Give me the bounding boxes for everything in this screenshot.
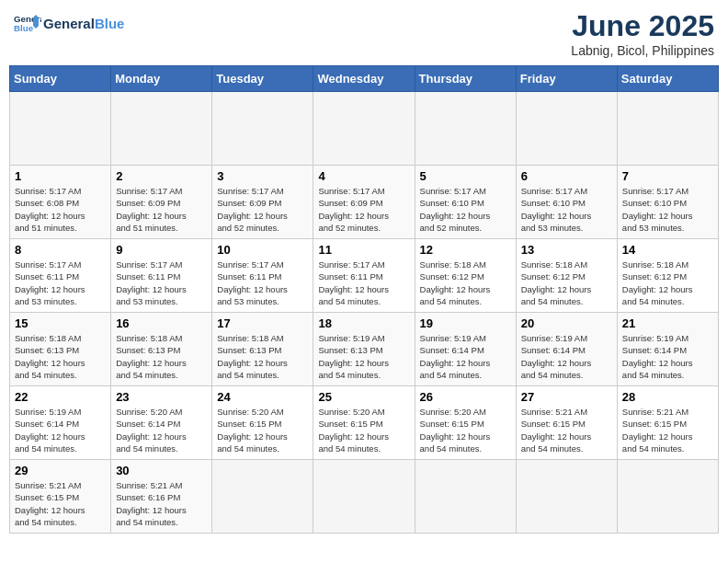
calendar-cell: 22Sunrise: 5:19 AMSunset: 6:14 PMDayligh… [10, 386, 111, 460]
calendar-header-saturday: Saturday [617, 66, 718, 92]
week-row-4: 15Sunrise: 5:18 AMSunset: 6:13 PMDayligh… [10, 313, 719, 386]
title-area: June 2025 Labnig, Bicol, Philippines [571, 9, 714, 58]
day-number: 17 [217, 316, 308, 330]
day-info: Sunrise: 5:17 AMSunset: 6:09 PMDaylight:… [318, 185, 409, 234]
day-number: 30 [116, 464, 207, 477]
day-number: 12 [420, 243, 511, 257]
day-number: 8 [15, 243, 106, 257]
day-number: 11 [318, 243, 409, 257]
calendar-cell: 9Sunrise: 5:17 AMSunset: 6:11 PMDaylight… [111, 239, 212, 313]
month-title: June 2025 [571, 9, 714, 43]
calendar-cell: 3Sunrise: 5:17 AMSunset: 6:09 PMDaylight… [212, 166, 313, 239]
calendar-cell: 4Sunrise: 5:17 AMSunset: 6:09 PMDaylight… [313, 166, 415, 239]
calendar-cell [111, 92, 212, 166]
calendar-cell: 12Sunrise: 5:18 AMSunset: 6:12 PMDayligh… [415, 239, 516, 313]
day-info: Sunrise: 5:17 AMSunset: 6:11 PMDaylight:… [318, 259, 409, 307]
day-number: 10 [217, 243, 308, 257]
day-number: 7 [622, 169, 713, 183]
calendar-cell: 18Sunrise: 5:19 AMSunset: 6:13 PMDayligh… [313, 313, 415, 386]
day-number: 5 [420, 169, 511, 183]
calendar-header-row: SundayMondayTuesdayWednesdayThursdayFrid… [10, 66, 719, 92]
calendar-cell [212, 92, 313, 166]
calendar-cell: 2Sunrise: 5:17 AMSunset: 6:09 PMDaylight… [111, 166, 212, 239]
day-info: Sunrise: 5:19 AMSunset: 6:14 PMDaylight:… [15, 406, 106, 454]
day-number: 19 [420, 316, 511, 330]
day-number: 22 [15, 390, 106, 404]
calendar-header-sunday: Sunday [10, 66, 111, 92]
calendar-cell: 5Sunrise: 5:17 AMSunset: 6:10 PMDaylight… [415, 166, 516, 239]
day-number: 16 [116, 316, 207, 330]
day-info: Sunrise: 5:18 AMSunset: 6:13 PMDaylight:… [116, 332, 207, 381]
week-row-5: 22Sunrise: 5:19 AMSunset: 6:14 PMDayligh… [10, 386, 719, 460]
day-info: Sunrise: 5:21 AMSunset: 6:15 PMDaylight:… [521, 406, 612, 454]
calendar-cell [516, 92, 617, 166]
day-number: 27 [521, 390, 612, 404]
calendar-cell: 24Sunrise: 5:20 AMSunset: 6:15 PMDayligh… [212, 386, 313, 460]
day-info: Sunrise: 5:17 AMSunset: 6:10 PMDaylight:… [622, 185, 713, 234]
day-number: 15 [15, 316, 106, 330]
calendar-cell: 27Sunrise: 5:21 AMSunset: 6:15 PMDayligh… [516, 386, 617, 460]
calendar-cell [617, 460, 718, 534]
calendar-header-friday: Friday [516, 66, 617, 92]
calendar-cell: 19Sunrise: 5:19 AMSunset: 6:14 PMDayligh… [415, 313, 516, 386]
day-info: Sunrise: 5:20 AMSunset: 6:15 PMDaylight:… [217, 406, 308, 454]
calendar-cell: 25Sunrise: 5:20 AMSunset: 6:15 PMDayligh… [313, 386, 415, 460]
calendar-header-tuesday: Tuesday [212, 66, 313, 92]
calendar-cell: 17Sunrise: 5:18 AMSunset: 6:13 PMDayligh… [212, 313, 313, 386]
logo-text: GeneralBlue [43, 16, 124, 31]
day-number: 3 [217, 169, 308, 183]
day-info: Sunrise: 5:17 AMSunset: 6:10 PMDaylight:… [521, 185, 612, 234]
day-number: 1 [15, 169, 106, 183]
calendar-cell [415, 460, 516, 534]
day-info: Sunrise: 5:17 AMSunset: 6:11 PMDaylight:… [15, 259, 106, 307]
logo-icon: General Blue [14, 9, 41, 37]
calendar-cell: 13Sunrise: 5:18 AMSunset: 6:12 PMDayligh… [516, 239, 617, 313]
calendar-header-monday: Monday [111, 66, 212, 92]
day-number: 9 [116, 243, 207, 257]
day-number: 6 [521, 169, 612, 183]
day-number: 13 [521, 243, 612, 257]
calendar-cell: 14Sunrise: 5:18 AMSunset: 6:12 PMDayligh… [617, 239, 718, 313]
day-number: 4 [318, 169, 409, 183]
day-info: Sunrise: 5:18 AMSunset: 6:12 PMDaylight:… [420, 259, 511, 307]
logo: General Blue GeneralBlue [14, 9, 124, 37]
calendar-header-wednesday: Wednesday [313, 66, 415, 92]
page-header: General Blue GeneralBlue June 2025 Labni… [9, 9, 719, 58]
day-number: 14 [622, 243, 713, 257]
day-info: Sunrise: 5:18 AMSunset: 6:13 PMDaylight:… [217, 332, 308, 381]
calendar-cell [516, 460, 617, 534]
day-number: 20 [521, 316, 612, 330]
day-number: 25 [318, 390, 409, 404]
week-row-3: 8Sunrise: 5:17 AMSunset: 6:11 PMDaylight… [10, 239, 719, 313]
day-info: Sunrise: 5:17 AMSunset: 6:10 PMDaylight:… [420, 185, 511, 234]
day-info: Sunrise: 5:19 AMSunset: 6:14 PMDaylight:… [622, 332, 713, 381]
day-number: 23 [116, 390, 207, 404]
calendar-cell: 7Sunrise: 5:17 AMSunset: 6:10 PMDaylight… [617, 166, 718, 239]
calendar-cell: 15Sunrise: 5:18 AMSunset: 6:13 PMDayligh… [10, 313, 111, 386]
calendar-cell: 16Sunrise: 5:18 AMSunset: 6:13 PMDayligh… [111, 313, 212, 386]
day-info: Sunrise: 5:17 AMSunset: 6:09 PMDaylight:… [116, 185, 207, 234]
day-info: Sunrise: 5:17 AMSunset: 6:09 PMDaylight:… [217, 185, 308, 234]
calendar-cell: 23Sunrise: 5:20 AMSunset: 6:14 PMDayligh… [111, 386, 212, 460]
calendar-cell [212, 460, 313, 534]
calendar-cell: 11Sunrise: 5:17 AMSunset: 6:11 PMDayligh… [313, 239, 415, 313]
calendar-cell: 26Sunrise: 5:20 AMSunset: 6:15 PMDayligh… [415, 386, 516, 460]
day-info: Sunrise: 5:17 AMSunset: 6:11 PMDaylight:… [217, 259, 308, 307]
calendar-cell: 10Sunrise: 5:17 AMSunset: 6:11 PMDayligh… [212, 239, 313, 313]
location: Labnig, Bicol, Philippines [571, 43, 714, 58]
day-number: 21 [622, 316, 713, 330]
day-info: Sunrise: 5:20 AMSunset: 6:15 PMDaylight:… [420, 406, 511, 454]
calendar-cell [10, 92, 111, 166]
calendar-header-thursday: Thursday [415, 66, 516, 92]
week-row-6: 29Sunrise: 5:21 AMSunset: 6:15 PMDayligh… [10, 460, 719, 534]
week-row-1 [10, 92, 719, 166]
calendar-cell [313, 92, 415, 166]
day-number: 2 [116, 169, 207, 183]
calendar-cell: 30Sunrise: 5:21 AMSunset: 6:16 PMDayligh… [111, 460, 212, 534]
calendar-cell: 28Sunrise: 5:21 AMSunset: 6:15 PMDayligh… [617, 386, 718, 460]
calendar-cell [617, 92, 718, 166]
day-info: Sunrise: 5:17 AMSunset: 6:08 PMDaylight:… [15, 185, 106, 234]
day-info: Sunrise: 5:19 AMSunset: 6:14 PMDaylight:… [521, 332, 612, 381]
day-info: Sunrise: 5:18 AMSunset: 6:12 PMDaylight:… [521, 259, 612, 307]
day-number: 18 [318, 316, 409, 330]
